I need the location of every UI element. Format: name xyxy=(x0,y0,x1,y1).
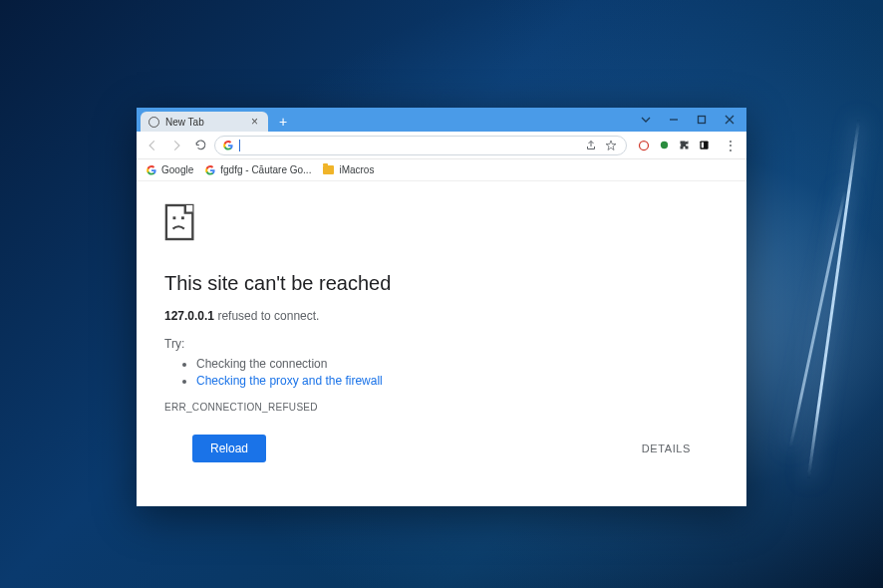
folder-icon xyxy=(323,165,334,174)
bookmarks-bar: Google fgdfg - Căutare Go... iMacros xyxy=(137,159,746,181)
extension-icon[interactable] xyxy=(697,139,711,152)
details-button[interactable]: DETAILS xyxy=(642,442,691,454)
svg-rect-4 xyxy=(700,141,708,148)
close-button[interactable] xyxy=(717,110,742,130)
share-icon[interactable] xyxy=(584,139,598,152)
svg-rect-5 xyxy=(701,143,703,148)
menu-button[interactable]: ⋮ xyxy=(721,138,740,153)
try-label: Try: xyxy=(164,337,719,351)
text-caret xyxy=(239,140,240,151)
bookmark-item[interactable]: fgdfg - Căutare Go... xyxy=(205,164,311,175)
google-icon xyxy=(147,165,156,175)
reload-button[interactable]: Reload xyxy=(192,435,266,462)
error-title: This site can't be reached xyxy=(164,272,719,295)
decoration xyxy=(807,120,861,478)
back-button[interactable] xyxy=(143,136,162,155)
tab-strip: New Tab × + xyxy=(137,108,633,132)
tab-active[interactable]: New Tab × xyxy=(141,112,268,132)
svg-point-3 xyxy=(660,142,667,148)
bookmark-label: fgdfg - Căutare Go... xyxy=(220,164,311,175)
suggestions-list: Checking the connection Checking the pro… xyxy=(164,357,719,388)
proxy-firewall-link[interactable]: Checking the proxy and the firewall xyxy=(196,374,383,388)
google-icon xyxy=(205,165,215,175)
action-row: Reload DETAILS xyxy=(192,435,691,462)
extension-icon[interactable] xyxy=(637,139,651,152)
svg-point-2 xyxy=(640,141,649,149)
suggestion-item: Checking the connection xyxy=(196,357,719,371)
sad-page-icon xyxy=(164,203,198,241)
google-icon xyxy=(223,141,233,150)
browser-window: New Tab × + xyxy=(137,108,746,506)
svg-rect-6 xyxy=(166,205,192,239)
svg-rect-1 xyxy=(699,117,706,124)
forward-button[interactable] xyxy=(166,136,186,155)
address-bar[interactable] xyxy=(214,136,627,155)
bookmark-label: Google xyxy=(161,164,193,175)
toolbar: ⋮ xyxy=(137,132,746,159)
bookmark-label: iMacros xyxy=(339,164,374,175)
tab-title: New Tab xyxy=(165,117,243,128)
svg-rect-7 xyxy=(173,216,176,219)
extensions-puzzle-icon[interactable] xyxy=(677,139,691,152)
svg-rect-8 xyxy=(181,216,184,219)
error-subtitle: 127.0.0.1 refused to connect. xyxy=(164,309,719,323)
chevron-down-icon[interactable] xyxy=(633,110,659,130)
maximize-button[interactable] xyxy=(689,110,715,130)
error-host: 127.0.0.1 xyxy=(164,309,214,323)
page-content: This site can't be reached 127.0.0.1 ref… xyxy=(137,181,746,506)
new-tab-button[interactable]: + xyxy=(274,114,292,132)
titlebar[interactable]: New Tab × + xyxy=(137,108,746,132)
suggestion-item: Checking the proxy and the firewall xyxy=(196,374,719,388)
window-controls xyxy=(633,108,746,132)
extension-icon[interactable] xyxy=(657,139,671,152)
star-icon[interactable] xyxy=(604,139,618,152)
bookmark-item[interactable]: iMacros xyxy=(323,164,374,175)
error-code: ERR_CONNECTION_REFUSED xyxy=(164,402,719,413)
extension-icons xyxy=(631,139,717,152)
tab-close-icon[interactable]: × xyxy=(249,115,260,129)
bookmark-item[interactable]: Google xyxy=(147,164,193,175)
desktop-background: New Tab × + xyxy=(0,0,883,588)
minimize-button[interactable] xyxy=(661,110,687,130)
reload-icon[interactable] xyxy=(190,136,210,155)
tab-favicon-icon xyxy=(148,117,159,128)
error-sub-suffix: refused to connect. xyxy=(214,309,319,323)
